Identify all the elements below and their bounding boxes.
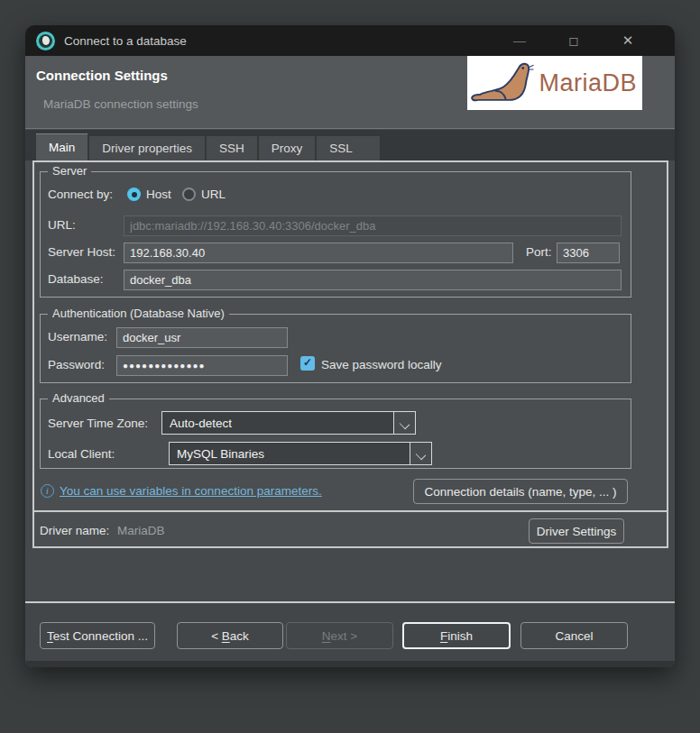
local-client-value: MySQL Binaries	[170, 447, 410, 461]
authentication-group-legend: Authentication (Database Native)	[48, 307, 229, 320]
driver-settings-button[interactable]: Driver Settings	[529, 518, 624, 544]
advanced-group: Advanced Server Time Zone: Auto-detect L…	[40, 399, 631, 469]
driver-name-label: Driver name:	[40, 524, 109, 537]
mariadb-logo-text: MariaDB	[539, 69, 637, 97]
info-icon	[41, 484, 54, 498]
password-label: Password:	[48, 358, 105, 371]
chevron-down-icon[interactable]	[393, 412, 415, 434]
chevron-down-icon[interactable]	[410, 443, 431, 464]
next-button: Next >	[286, 622, 393, 649]
local-client-select[interactable]: MySQL Binaries	[169, 442, 432, 465]
driver-row: Driver name: MariaDB Driver Settings	[34, 510, 667, 546]
dialog-bottom-edge	[25, 661, 675, 667]
local-client-label: Local Client:	[48, 447, 115, 461]
beaver-face-icon	[42, 36, 50, 45]
url-label: URL:	[48, 218, 76, 232]
maximize-icon[interactable]: ◻	[547, 33, 601, 48]
connect-by-url-label[interactable]: URL	[201, 188, 226, 201]
connect-by-host-radio[interactable]	[127, 188, 141, 201]
main-tab-content: Server Connect by: Host URL URL: Server …	[32, 160, 668, 548]
connect-by-host-label[interactable]: Host	[146, 188, 171, 201]
save-password-label[interactable]: Save password locally	[321, 358, 442, 371]
mariadb-seal-icon	[469, 58, 537, 108]
cancel-button[interactable]: Cancel	[520, 622, 628, 649]
server-group-legend: Server	[48, 164, 91, 178]
authentication-group: Authentication (Database Native) Usernam…	[40, 314, 631, 383]
mariadb-logo: MariaDB	[467, 56, 642, 110]
page-subtitle: MariaDB connection settings	[43, 97, 198, 111]
close-icon[interactable]: ✕	[601, 32, 655, 49]
connect-database-dialog: Connect to a database — ◻ ✕ Connection S…	[25, 25, 675, 667]
page-title: Connection Settings	[36, 68, 168, 83]
password-input[interactable]	[116, 355, 288, 376]
finish-button[interactable]: Finish	[402, 622, 511, 649]
tab-proxy[interactable]: Proxy	[259, 136, 316, 160]
tab-main[interactable]: Main	[36, 133, 88, 160]
driver-name-value: MariaDB	[117, 524, 165, 537]
tab-ssl[interactable]: SSL	[317, 136, 380, 160]
server-group: Server Connect by: Host URL URL: Server …	[40, 171, 631, 298]
wizard-header: Connection Settings MariaDB connection s…	[25, 56, 675, 129]
connect-by-label: Connect by:	[48, 188, 113, 201]
test-connection-button[interactable]: Test Connection ...	[40, 622, 155, 649]
back-button[interactable]: < Back	[177, 622, 283, 649]
port-input[interactable]	[557, 243, 620, 263]
save-password-checkbox[interactable]	[300, 356, 315, 371]
server-timezone-select[interactable]: Auto-detect	[161, 411, 416, 435]
button-bar: Test Connection ... < Back Next > Finish…	[25, 603, 675, 667]
advanced-group-legend: Advanced	[48, 391, 109, 405]
window-controls: — ◻ ✕	[493, 25, 655, 56]
server-timezone-value: Auto-detect	[162, 417, 393, 430]
server-host-label: Server Host:	[48, 245, 115, 259]
dbeaver-app-icon	[36, 32, 55, 50]
url-input[interactable]	[124, 215, 622, 236]
tab-ssh[interactable]: SSH	[207, 136, 257, 160]
tab-driver-properties[interactable]: Driver properties	[89, 136, 205, 160]
title-bar: Connect to a database — ◻ ✕	[25, 25, 675, 56]
window-title: Connect to a database	[64, 34, 187, 48]
variables-help-link[interactable]: You can use variables in connection para…	[60, 484, 322, 498]
username-label: Username:	[48, 330, 107, 344]
username-input[interactable]	[116, 327, 288, 348]
port-label: Port:	[526, 245, 552, 259]
connect-by-url-radio[interactable]	[182, 188, 196, 201]
database-input[interactable]	[124, 270, 622, 290]
database-label: Database:	[48, 272, 104, 286]
server-host-input[interactable]	[124, 243, 513, 263]
minimize-icon[interactable]: —	[493, 33, 547, 48]
connection-details-button[interactable]: Connection details (name, type, ... )	[413, 479, 628, 504]
tab-bar: Main Driver properties SSH Proxy SSL	[25, 130, 675, 160]
server-timezone-label: Server Time Zone:	[48, 417, 148, 430]
